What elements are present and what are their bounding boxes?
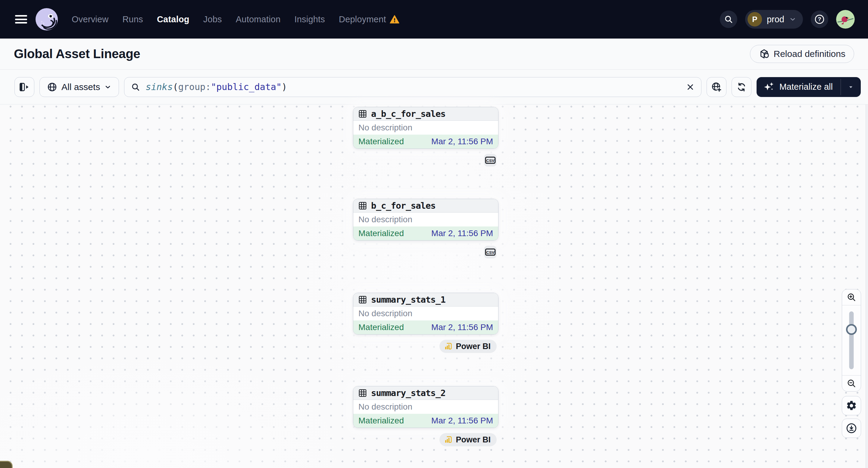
nav-item-deployment-label: Deployment [339, 14, 386, 24]
caret-down-icon [847, 84, 854, 90]
asset-node-summary-stats-1[interactable]: summary_stats_1 No description Materiali… [353, 293, 498, 335]
save-catalog-view-button[interactable] [707, 77, 726, 97]
asset-node-group: summary_stats_1 No description Materiali… [353, 293, 498, 353]
query-colon: : [206, 82, 211, 92]
chevron-down-icon [104, 84, 112, 91]
asset-card-header: summary_stats_2 [353, 386, 498, 400]
table-icon [358, 388, 367, 398]
nav-item-catalog[interactable]: Catalog [157, 14, 189, 24]
csv-tag-badge[interactable]: CSV [484, 246, 497, 258]
graph-settings-button[interactable] [842, 396, 861, 415]
powerbi-icon [444, 342, 453, 351]
table-icon [358, 109, 367, 118]
powerbi-tag-label: Power BI [456, 342, 491, 351]
materialization-timestamp[interactable]: Mar 2, 11:56 PM [431, 137, 493, 146]
primary-nav: Overview Runs Catalog Jobs Automation In… [72, 14, 399, 24]
status-badge: Materialized [359, 228, 404, 238]
zoom-in-icon [847, 292, 856, 302]
canvas-fog [0, 347, 362, 468]
powerbi-tag-badge[interactable]: Power BI [439, 433, 497, 446]
panel-toggle-icon [19, 82, 30, 92]
materialization-timestamp[interactable]: Mar 2, 11:56 PM [431, 416, 493, 426]
csv-tag-badge[interactable]: CSV [484, 154, 497, 166]
zoom-out-icon [847, 379, 856, 388]
reload-cube-icon [759, 49, 770, 59]
user-avatar[interactable] [836, 10, 855, 29]
asset-node-a-b-c-for-sales[interactable]: a_b_c_for_sales No description Materiali… [353, 107, 498, 149]
powerbi-tag-label: Power BI [456, 435, 491, 444]
refresh-graph-button[interactable] [732, 77, 751, 97]
nav-item-overview[interactable]: Overview [72, 14, 108, 24]
table-icon [358, 201, 367, 210]
powerbi-icon [444, 435, 453, 444]
status-badge: Materialized [359, 322, 404, 332]
nav-item-jobs[interactable]: Jobs [203, 14, 222, 24]
globe-add-icon [711, 82, 722, 92]
asset-node-group: b_c_for_sales No description Materialize… [353, 199, 498, 258]
download-icon [846, 423, 857, 434]
search-icon [724, 15, 733, 24]
deployment-avatar: P [747, 12, 762, 27]
nav-item-deployment[interactable]: Deployment [339, 14, 399, 24]
nav-item-insights[interactable]: Insights [294, 14, 325, 24]
zoom-slider [842, 305, 861, 375]
nav-item-runs[interactable]: Runs [122, 14, 143, 24]
status-badge: Materialized [359, 137, 404, 146]
asset-name: b_c_for_sales [371, 200, 435, 211]
query-function: sinks [146, 82, 173, 92]
globe-icon [47, 82, 57, 92]
zoom-in-button[interactable] [842, 289, 861, 305]
materialize-options-button[interactable] [841, 77, 861, 97]
asset-card-header: a_b_c_for_sales [353, 107, 498, 121]
refresh-icon [736, 82, 747, 92]
dagster-logo[interactable] [35, 8, 58, 30]
asset-tag-row: CSV [353, 246, 498, 258]
asset-status-bar: Materialized Mar 2, 11:56 PM [353, 135, 498, 149]
search-icon [131, 83, 140, 92]
csv-file-icon: CSV [485, 246, 496, 258]
global-search-button[interactable] [720, 10, 737, 28]
download-graph-button[interactable] [842, 418, 861, 438]
asset-name: summary_stats_1 [371, 294, 445, 305]
materialize-all-button[interactable]: Materialize all [756, 77, 841, 97]
asset-status-bar: Materialized Mar 2, 11:56 PM [353, 320, 498, 334]
asset-node-b-c-for-sales[interactable]: b_c_for_sales No description Materialize… [353, 199, 498, 241]
asset-status-bar: Materialized Mar 2, 11:56 PM [353, 414, 498, 428]
lineage-graph-canvas[interactable]: a_b_c_for_sales No description Materiali… [0, 104, 868, 468]
right-scroll-strip [866, 104, 868, 468]
asset-node-summary-stats-2[interactable]: summary_stats_2 No description Materiali… [353, 386, 498, 428]
table-icon [358, 295, 367, 304]
sparkles-icon [763, 81, 775, 93]
csv-tag-label: CSV [486, 250, 494, 255]
asset-description: No description [353, 400, 498, 414]
help-icon: ? [814, 14, 825, 25]
status-badge: Materialized [359, 416, 404, 426]
reload-definitions-button[interactable]: Reload definitions [750, 45, 855, 63]
asset-selection-input[interactable]: sinks(group:"public_data") [124, 77, 701, 97]
clear-query-button[interactable] [686, 83, 694, 91]
deployment-switcher[interactable]: P prod [745, 10, 803, 29]
zoom-slider-thumb[interactable] [846, 324, 857, 335]
asset-node-group: summary_stats_2 No description Materiali… [353, 386, 498, 446]
asset-card-header: b_c_for_sales [353, 199, 498, 213]
materialization-timestamp[interactable]: Mar 2, 11:56 PM [431, 322, 493, 332]
materialization-timestamp[interactable]: Mar 2, 11:56 PM [431, 228, 493, 238]
asset-status-bar: Materialized Mar 2, 11:56 PM [353, 226, 498, 240]
asset-tag-row: Power BI [353, 433, 498, 446]
powerbi-tag-badge[interactable]: Power BI [439, 340, 497, 353]
open-left-panel-button[interactable] [14, 77, 34, 97]
asset-name: a_b_c_for_sales [371, 109, 445, 119]
query-close-paren: ) [282, 82, 287, 92]
materialize-all-split-button: Materialize all [756, 77, 861, 97]
asset-card-header: summary_stats_1 [353, 293, 498, 307]
hamburger-icon[interactable] [15, 15, 27, 24]
zoom-slider-track[interactable] [849, 311, 854, 369]
zoom-out-button[interactable] [842, 375, 861, 391]
asset-description: No description [353, 121, 498, 135]
csv-tag-label: CSV [486, 158, 494, 163]
svg-text:?: ? [818, 16, 821, 22]
help-button[interactable]: ? [811, 10, 828, 28]
nav-right-cluster: P prod ? [720, 10, 855, 29]
asset-scope-dropdown[interactable]: All assets [39, 77, 119, 97]
nav-item-automation[interactable]: Automation [236, 14, 281, 24]
